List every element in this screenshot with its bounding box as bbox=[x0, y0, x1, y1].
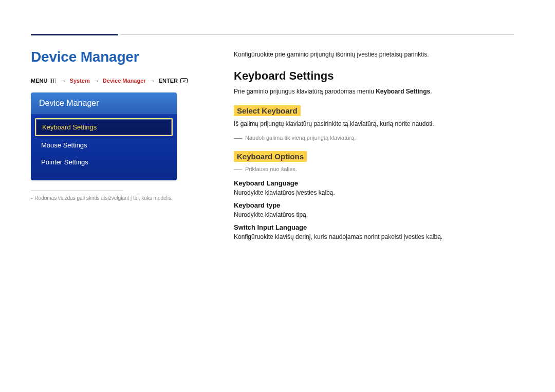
enter-icon bbox=[180, 78, 188, 84]
panel-item-label: Pointer Settings bbox=[41, 158, 88, 166]
panel-item-label: Keyboard Settings bbox=[42, 123, 97, 131]
footnote-text: Rodomas vaizdas gali skirtis atsižvelgia… bbox=[34, 195, 172, 201]
left-column: Device Manager MENU → System → Device Ma… bbox=[31, 49, 206, 246]
content-columns: Device Manager MENU → System → Device Ma… bbox=[31, 49, 514, 246]
svg-rect-3 bbox=[181, 79, 188, 83]
panel-header: Device Manager bbox=[31, 92, 177, 114]
panel-item-pointer-settings[interactable]: Pointer Settings bbox=[35, 154, 173, 170]
switch-input-language-desc: Konfigūruokite klavišų derinį, kuris nau… bbox=[234, 233, 514, 240]
header-divider bbox=[121, 34, 514, 35]
select-keyboard-note: Naudoti galima tik vieną prijungtą klavi… bbox=[234, 135, 514, 141]
switch-input-language-heading: Switch Input Language bbox=[234, 223, 514, 231]
ks-desc-bold: Keyboard Settings bbox=[376, 88, 430, 95]
breadcrumb-enter: ENTER bbox=[159, 78, 178, 84]
keyboard-language-heading: Keyboard Language bbox=[234, 179, 514, 187]
breadcrumb-device-manager: Device Manager bbox=[103, 78, 146, 84]
breadcrumb-arrow-2: → bbox=[94, 78, 99, 84]
note-dash-icon bbox=[234, 138, 242, 139]
note-dash-icon bbox=[234, 170, 242, 170]
intro-text: Konfigūruokite prie gaminio prijungtų iš… bbox=[234, 51, 514, 58]
breadcrumb: MENU → System → Device Manager → ENTER bbox=[31, 78, 206, 84]
panel-body: Keyboard Settings Mouse Settings Pointer… bbox=[31, 114, 177, 180]
breadcrumb-system: System bbox=[70, 78, 90, 84]
keyboard-type-desc: Nurodykite klaviatūros tipą. bbox=[234, 211, 514, 218]
footnote-dash: - bbox=[31, 195, 32, 201]
keyboard-type-heading: Keyboard type bbox=[234, 201, 514, 209]
page-title: Device Manager bbox=[31, 49, 206, 65]
breadcrumb-arrow-1: → bbox=[61, 78, 66, 84]
breadcrumb-menu: MENU bbox=[31, 78, 47, 84]
header-accent-bar bbox=[31, 34, 118, 35]
panel-item-label: Mouse Settings bbox=[41, 141, 87, 149]
select-keyboard-heading: Select Keyboard bbox=[234, 105, 301, 116]
right-column: Konfigūruokite prie gaminio prijungtų iš… bbox=[206, 49, 514, 246]
panel-item-keyboard-settings[interactable]: Keyboard Settings bbox=[35, 118, 173, 136]
keyboard-options-note: Priklauso nuo šalies. bbox=[234, 166, 514, 172]
panel-item-mouse-settings[interactable]: Mouse Settings bbox=[35, 137, 173, 153]
select-keyboard-desc: Iš galimų prijungtų klaviatūrų pasirinki… bbox=[234, 120, 514, 127]
model-footnote: -Rodomas vaizdas gali skirtis atsižvelgi… bbox=[31, 195, 206, 201]
note-text: Naudoti galima tik vieną prijungtą klavi… bbox=[245, 135, 356, 141]
keyboard-options-heading: Keyboard Options bbox=[234, 151, 307, 162]
footnote-rule bbox=[31, 191, 123, 191]
breadcrumb-arrow-3: → bbox=[150, 78, 155, 84]
ks-desc-pre: Prie gaminio prijungus klaviatūrą parodo… bbox=[234, 88, 376, 95]
menu-grid-icon bbox=[50, 78, 55, 84]
keyboard-language-desc: Nurodykite klaviatūros įvesties kalbą. bbox=[234, 189, 514, 196]
keyboard-settings-desc: Prie gaminio prijungus klaviatūrą parodo… bbox=[234, 88, 514, 95]
note-text: Priklauso nuo šalies. bbox=[245, 166, 297, 172]
manual-page: Device Manager MENU → System → Device Ma… bbox=[0, 0, 555, 392]
keyboard-settings-heading: Keyboard Settings bbox=[234, 69, 514, 83]
svg-rect-0 bbox=[50, 79, 55, 83]
ks-desc-post: . bbox=[430, 88, 432, 95]
device-manager-panel: Device Manager Keyboard Settings Mouse S… bbox=[31, 92, 177, 180]
